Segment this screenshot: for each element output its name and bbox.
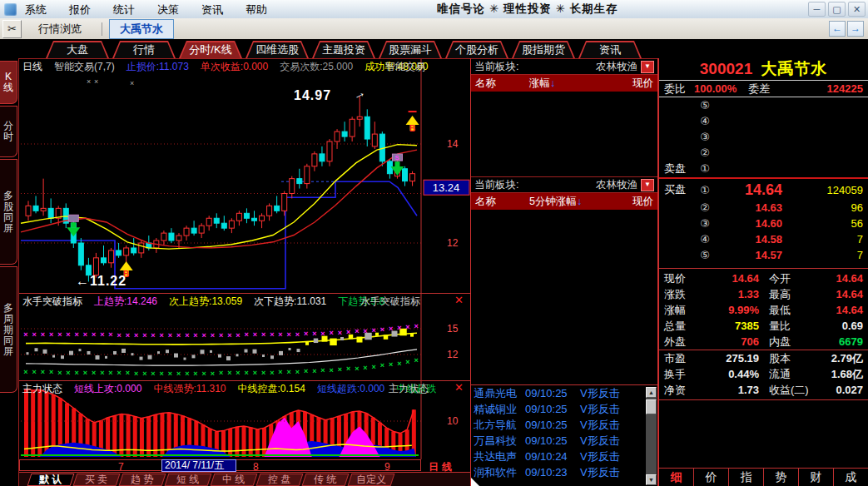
sell-level-row[interactable]: 卖盘① <box>659 161 868 176</box>
news-row[interactable]: 润和软件09/10:23V形反击 <box>471 464 657 480</box>
buy-level-row[interactable]: ②14.6396 <box>659 200 868 216</box>
toolbar: ✂ 行情浏览大禹节水 ←→ <box>0 18 868 40</box>
quote-tab-价[interactable]: 价 <box>693 469 728 486</box>
close-button[interactable]: ✕ <box>848 2 866 17</box>
svg-text:×: × <box>389 360 393 369</box>
tab-大盘[interactable]: 大盘 <box>46 41 109 58</box>
sailor-indicator-panel[interactable]: 水手突破指标上趋势:14.246次上趋势:13.059次下趋势:11.031下趋… <box>19 293 471 381</box>
indicator-param: 交易次数:25.000 <box>280 61 353 72</box>
forward-button[interactable]: → <box>847 21 864 37</box>
quote-tab-细[interactable]: 细 <box>659 469 693 486</box>
mainforce-indicator-panel[interactable]: 主力状态短线上攻:0.000中线强势:11.310中线控盘:0.154短线超跌:… <box>19 380 471 460</box>
news-row[interactable]: 北方导航09/10:25V形反击 <box>471 417 657 433</box>
menu-统计[interactable]: 统计 <box>113 3 135 16</box>
sell-level-row[interactable]: ⑤ <box>659 97 868 113</box>
scroll-thumb[interactable] <box>646 399 657 414</box>
tab-分时/K线[interactable]: 分时/K线 <box>179 41 242 58</box>
back-button[interactable]: ← <box>829 21 846 37</box>
col-price[interactable]: 现价 <box>632 195 653 209</box>
snip-tool-button[interactable]: ✂ <box>2 20 22 38</box>
buy-level-row[interactable]: ③14.6056 <box>659 216 868 231</box>
col-change[interactable]: 涨幅↓ <box>529 77 555 91</box>
tab-股指期货[interactable]: 股指期货 <box>512 41 575 58</box>
col-change-label: 涨幅 <box>529 77 550 89</box>
preset-label: 短 线 <box>176 473 199 486</box>
news-scrollbar[interactable]: ▲▼ <box>646 387 657 485</box>
preset-tab-控盘[interactable]: 控 盘 <box>256 474 304 486</box>
tab-四维选股[interactable]: 四维选股 <box>246 41 309 58</box>
buy-level-row[interactable]: 买盘①14.64124059 <box>659 180 868 200</box>
quote-tab-指[interactable]: 指 <box>728 469 763 486</box>
menu-资讯[interactable]: 资讯 <box>201 3 223 16</box>
scroll-down-icon[interactable]: ▼ <box>646 474 657 485</box>
preset-tab-趋势[interactable]: 趋 势 <box>119 474 166 486</box>
sidebar-item-多股同屏[interactable]: 多股同屏 <box>0 159 17 265</box>
news-row[interactable]: 通鼎光电09/10:25V形反击 <box>471 385 657 401</box>
svg-text:×: × <box>151 331 155 340</box>
stat-label: 流通 <box>769 367 824 382</box>
stat-label: 外盘 <box>664 335 697 350</box>
board-list[interactable] <box>471 210 657 384</box>
svg-text:×: × <box>312 330 316 338</box>
col-name[interactable]: 名称 <box>475 195 496 209</box>
board-table-header: 名称涨幅↓现价 <box>471 75 657 92</box>
news-tag: V形反击 <box>580 433 620 449</box>
tab-资讯[interactable]: 资讯 <box>578 41 642 58</box>
svg-text:←11.22: ←11.22 <box>76 274 126 288</box>
signal-news-list[interactable]: 通鼎光电09/10:25V形反击精诚铜业09/10:25V形反击北方导航09/1… <box>471 384 657 486</box>
preset-tab-自定义[interactable]: 自定义 <box>348 474 395 486</box>
close-icon[interactable]: ✕ <box>454 295 464 306</box>
stat-value: 1.73 <box>697 384 759 396</box>
menu-决策[interactable]: 决策 <box>157 3 179 16</box>
svg-text:12: 12 <box>447 237 459 249</box>
news-stock: 精诚铜业 <box>474 401 525 417</box>
close-icon[interactable]: ✕ <box>454 382 464 394</box>
preset-tab-中线[interactable]: 中 线 <box>211 474 258 486</box>
preset-tab-买卖[interactable]: 买 卖 <box>73 474 121 486</box>
buy-level-row[interactable]: ⑤14.577 <box>659 247 868 263</box>
tab-股票漏斗[interactable]: 股票漏斗 <box>379 41 442 58</box>
tab-行情[interactable]: 行情 <box>112 41 176 58</box>
col-price[interactable]: 现价 <box>632 77 653 91</box>
tab-label: 股票漏斗 <box>380 42 440 59</box>
workspace-tab-行情浏览[interactable]: 行情浏览 <box>28 20 92 38</box>
level-volume: 56 <box>782 217 863 230</box>
preset-tab-默认[interactable]: 默 认 <box>27 474 75 486</box>
dropdown-icon[interactable]: ▼ <box>641 179 654 191</box>
tab-个股分析[interactable]: 个股分析 <box>445 41 508 58</box>
tab-label: 大盘 <box>47 42 107 59</box>
sell-level-row[interactable]: ③ <box>659 129 868 145</box>
quote-tab-成[interactable]: 成 <box>833 469 868 486</box>
news-row[interactable]: 共达电声09/10:24V形反击 <box>471 449 657 464</box>
col-change-label: 5分钟涨幅 <box>529 196 577 207</box>
board-list[interactable] <box>471 92 657 176</box>
menu-系统[interactable]: 系统 <box>25 3 47 16</box>
dropdown-icon[interactable]: ▼ <box>641 61 654 73</box>
menu-报价[interactable]: 报价 <box>69 3 91 16</box>
svg-text:×: × <box>380 361 384 369</box>
svg-text:×: × <box>405 323 409 331</box>
preset-tab-短线[interactable]: 短 线 <box>165 474 212 486</box>
quote-tab-势[interactable]: 势 <box>763 469 798 486</box>
minimize-button[interactable]: ─ <box>808 2 826 17</box>
quote-tab-财[interactable]: 财 <box>798 469 833 486</box>
workspace-tab-大禹节水[interactable]: 大禹节水 <box>109 19 174 39</box>
buy-level-row[interactable]: ④14.587 <box>659 231 868 247</box>
sidebar-item-分时[interactable]: 分时 <box>0 106 17 157</box>
sidebar-item-K线[interactable]: K线 <box>0 61 17 104</box>
overlay-title: 主力状态 <box>389 382 429 396</box>
kline-chart-panel[interactable]: 日线智能交易(7,7)止损价:11.073单次收益:0.000交易次数:25.0… <box>19 58 471 294</box>
preset-tab-传统[interactable]: 传 统 <box>302 474 350 486</box>
col-name[interactable]: 名称 <box>475 77 496 91</box>
sell-level-row[interactable]: ④ <box>659 113 868 129</box>
sell-level-row[interactable]: ② <box>659 145 868 161</box>
sidebar-item-多周期同屏[interactable]: 多周期同屏 <box>0 266 17 393</box>
news-row[interactable]: 精诚铜业09/10:25V形反击 <box>471 401 657 417</box>
maximize-button[interactable]: ▢ <box>828 2 846 17</box>
col-change[interactable]: 5分钟涨幅↓ <box>529 195 582 209</box>
news-row[interactable]: 万昌科技09/10:25V形反击 <box>471 433 657 449</box>
tab-主题投资[interactable]: 主题投资 <box>312 41 375 58</box>
board-label: 当前板块: <box>474 178 518 192</box>
scroll-up-icon[interactable]: ▲ <box>646 387 657 398</box>
menu-帮助[interactable]: 帮助 <box>246 3 267 16</box>
